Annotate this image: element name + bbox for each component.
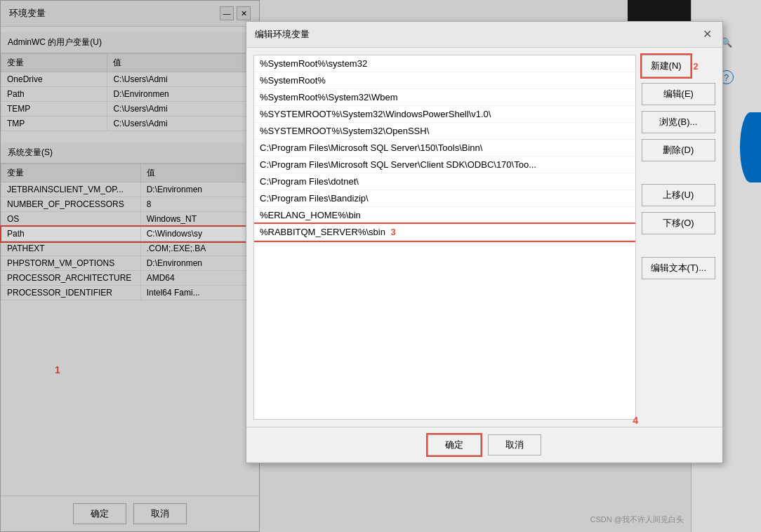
delete-button[interactable]: 删除(D) (642, 139, 715, 161)
edit-button[interactable]: 编辑(E) (642, 83, 715, 105)
dialog-action-buttons: 新建(N) 2 编辑(E) 浏览(B)... 删除(D) 上移(U) 下移(O)… (642, 55, 715, 420)
path-list-item[interactable]: %SYSTEMROOT%\System32\OpenSSH\ (254, 123, 635, 140)
dialog-title: 编辑环境变量 (255, 28, 310, 41)
path-list-item[interactable]: %SystemRoot%\System32\Wbem (254, 89, 635, 106)
path-list-item[interactable]: C:\Program Files\Microsoft SQL Server\15… (254, 140, 635, 157)
move-down-button[interactable]: 下移(O) (642, 212, 715, 234)
dialog-cancel-button[interactable]: 取消 (488, 434, 541, 455)
dialog-footer: 确定 取消 (246, 427, 722, 463)
annotation-2: 2 (694, 61, 699, 72)
edit-text-button[interactable]: 编辑文本(T)... (642, 257, 715, 279)
path-list-item[interactable]: C:\Program Files\Bandizip\ (254, 190, 635, 207)
annotation-3: 3 (388, 227, 396, 237)
path-list-item[interactable]: %ERLANG_HOME%\bin (254, 207, 635, 224)
dialog-close-button[interactable]: ✕ (700, 27, 714, 41)
dialog-titlebar: 编辑环境变量 ✕ (246, 22, 722, 48)
path-list-item[interactable]: %SystemRoot% (254, 72, 635, 89)
path-list-item[interactable]: %RABBITQM_SERVER%\sbin 3 (254, 224, 635, 241)
path-list-item[interactable]: %SYSTEMROOT%\System32\WindowsPowerShell\… (254, 106, 635, 123)
path-list-item[interactable]: C:\Program Files\dotnet\ (254, 173, 635, 190)
browse-button[interactable]: 浏览(B)... (642, 111, 715, 133)
move-up-button[interactable]: 上移(U) (642, 184, 715, 206)
edit-env-dialog: 编辑环境变量 ✕ %SystemRoot%\system32%SystemRoo… (246, 21, 723, 463)
dialog-confirm-button[interactable]: 确定 (428, 434, 481, 455)
path-list-item[interactable]: %SystemRoot%\system32 (254, 55, 635, 72)
csdn-watermark: CSDN @我不许人间见白头 (590, 514, 684, 525)
new-button[interactable]: 新建(N) (642, 55, 691, 77)
annotation-4: 4 (633, 415, 638, 426)
path-list-item[interactable]: C:\Program Files\Microsoft SQL Server\Cl… (254, 157, 635, 173)
dialog-body: %SystemRoot%\system32%SystemRoot%%System… (246, 48, 722, 427)
path-list[interactable]: %SystemRoot%\system32%SystemRoot%%System… (253, 55, 636, 420)
